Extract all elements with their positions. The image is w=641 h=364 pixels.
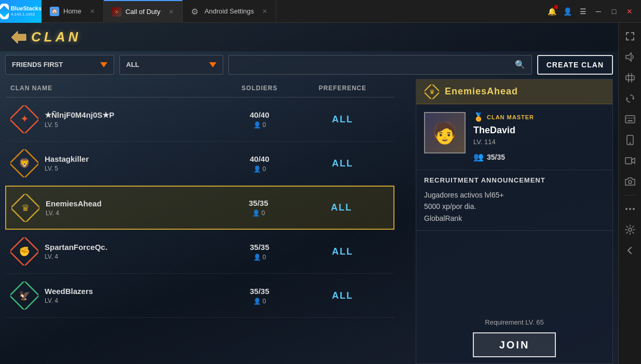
clan-name-2: Hastagkiller	[45, 155, 89, 163]
svg-marker-2	[209, 62, 216, 67]
requirement-section: Requirement LV. 65 JOIN	[416, 312, 612, 363]
search-icon: 🔍	[515, 60, 525, 69]
svg-rect-29	[625, 158, 632, 164]
clan-details-1: ★ÑlnjF0M4nj0S★P LV. 5	[45, 110, 114, 129]
clan-preference-1: ALL	[296, 114, 389, 125]
tab-android-settings-close[interactable]: ✕	[262, 8, 267, 15]
clan-emblem-5: 🦅	[10, 282, 38, 310]
person-icon-1: 👤	[253, 121, 261, 129]
clan-name-4: SpartanForceQc.	[45, 243, 107, 251]
svg-marker-20	[626, 97, 628, 100]
soldiers-icon-row-4: 👤 0	[223, 254, 296, 261]
minimize-button[interactable]: ─	[591, 4, 606, 19]
person-icon-2: 👤	[253, 165, 261, 173]
more-tool[interactable]	[621, 200, 639, 218]
sidebar-separator	[624, 195, 636, 195]
person-icon-5: 👤	[253, 298, 261, 305]
resize-icon	[625, 73, 635, 83]
clan-info-5: 🦅 WeedBlazers LV. 4	[10, 282, 223, 310]
clan-emblem-2: 🦁	[10, 149, 38, 177]
create-clan-button[interactable]: CREATE CLAN	[537, 55, 613, 75]
back-button[interactable]	[10, 30, 27, 45]
recruitment-text: Jugadores activos lvl65+ 5000 xp/por dia…	[424, 189, 605, 224]
game-area: CLAN FRIENDS FIRST ALL 🔍 CREATE CLAN	[0, 23, 618, 364]
settings-icon	[625, 225, 635, 235]
soldiers-count-1: 40/40	[223, 110, 296, 119]
soldiers-icon-row-2: 👤 0	[223, 165, 296, 173]
search-input[interactable]	[235, 61, 511, 68]
detail-emblem-icon: ♛	[425, 85, 439, 99]
svg-text:🦅: 🦅	[19, 290, 31, 301]
column-preference: PREFERENCE	[296, 85, 389, 92]
video-icon	[625, 157, 635, 165]
svg-marker-15	[626, 53, 631, 61]
camera-tool[interactable]	[621, 172, 639, 191]
tab-cod-close[interactable]: ✕	[169, 8, 174, 16]
detail-clan-name: EnemiesAhead	[445, 86, 518, 97]
detail-master-section: 🧑 🏅 CLAN MASTER TheDavid LV. 114 👥 35/35	[416, 104, 612, 170]
keyboard-tool[interactable]	[621, 110, 639, 129]
soldiers-icon-row-3: 👤 0	[222, 209, 295, 217]
video-tool[interactable]	[621, 151, 639, 170]
tab-android-settings[interactable]: ⚙ Android Settings ✕	[183, 0, 276, 23]
master-info: 🏅 CLAN MASTER TheDavid LV. 114 👥 35/35	[473, 112, 605, 162]
rotate-tool[interactable]	[621, 89, 639, 108]
requirement-text: Requirement LV. 65	[424, 318, 605, 326]
clan-soldiers-2: 40/40 👤 0	[223, 155, 296, 173]
master-badge-text: CLAN MASTER	[487, 114, 534, 120]
tab-home[interactable]: 🏠 Home ✕	[42, 0, 104, 23]
clan-list: CLAN NAME SOLDIERS PREFERENCE ✦ ★ÑlnjF0M…	[5, 79, 394, 364]
phone-tool[interactable]	[621, 131, 639, 149]
soldiers-count-3: 35/35	[222, 199, 295, 207]
emblem-icon-2: 🦁	[10, 149, 38, 177]
bs-version-text: BlueStacks 4.140.1.1002	[11, 5, 42, 17]
table-row[interactable]: ✦ ★ÑlnjF0M4nj0S★P LV. 5 40/40 👤 0 ALL	[5, 97, 394, 142]
table-row[interactable]: ♛ EnemiesAhead LV. 4 35/35 👤 0 ALL	[5, 186, 394, 230]
detail-clan-icon: ♛	[424, 84, 440, 100]
close-button[interactable]: ✕	[622, 4, 637, 19]
phone-icon	[626, 135, 634, 145]
soldiers-icon-row-1: 👤 0	[223, 121, 296, 129]
type-dropdown[interactable]: ALL	[119, 55, 223, 75]
notification-button[interactable]: 🔔	[544, 4, 559, 19]
maximize-button[interactable]: □	[607, 4, 621, 19]
clan-name-5: WeedBlazers	[45, 287, 93, 296]
svg-point-31	[629, 180, 632, 184]
expand-tool[interactable]	[621, 27, 639, 46]
tab-cod[interactable]: ⚔ Call of Duty ✕	[104, 0, 183, 23]
clan-detail-panel: ♛ EnemiesAhead 🧑 🏅 CLAN MASTER TheDavid …	[416, 79, 613, 364]
master-avatar: 🧑	[424, 112, 466, 153]
table-row[interactable]: 🦅 WeedBlazers LV. 4 35/35 👤 0 ALL	[5, 274, 394, 318]
table-row[interactable]: ✊ SpartanForceQc. LV. 4 35/35 👤 0 ALL	[5, 230, 394, 274]
sort-dropdown[interactable]: FRIENDS FIRST	[5, 55, 114, 75]
notification-dot	[554, 5, 558, 9]
account-button[interactable]: 👤	[560, 4, 575, 19]
clan-soldiers-4: 35/35 👤 0	[223, 243, 296, 261]
soldiers-icon-row-5: 👤 0	[223, 298, 296, 305]
resize-tool[interactable]	[621, 68, 639, 87]
tab-home-close[interactable]: ✕	[90, 8, 95, 15]
svg-text:✊: ✊	[19, 246, 31, 257]
avatar-figure: 🧑	[432, 121, 458, 145]
column-clan-name: CLAN NAME	[10, 85, 223, 92]
recruitment-title: RECRUITMENT ANNOUNCEMENT	[424, 176, 605, 184]
cod-icon: ⚔	[112, 7, 121, 17]
table-row[interactable]: 🦁 Hastagkiller LV. 5 40/40 👤 0 ALL	[5, 142, 394, 186]
clan-emblem-4: ✊	[10, 237, 38, 265]
menu-button[interactable]: ☰	[576, 4, 590, 19]
type-dropdown-arrow	[209, 62, 216, 67]
clan-info-3: ♛ EnemiesAhead LV. 4	[11, 194, 222, 222]
clan-preference-2: ALL	[296, 158, 389, 169]
column-soldiers: SOLDIERS	[223, 85, 296, 92]
settings-tool[interactable]	[621, 220, 639, 239]
svg-point-34	[633, 208, 635, 210]
join-button[interactable]: JOIN	[473, 332, 556, 357]
back-arrow-icon	[10, 30, 27, 45]
back-tool[interactable]	[621, 241, 639, 260]
svg-marker-0	[11, 31, 26, 44]
master-badge: 🏅 CLAN MASTER	[473, 112, 605, 122]
clan-soldiers-3: 35/35 👤 0	[222, 199, 295, 217]
svg-point-35	[629, 228, 632, 231]
titlebar: BlueStacks 4.140.1.1002 🏠 Home ✕ ⚔ Call …	[0, 0, 641, 23]
volume-tool[interactable]	[621, 48, 639, 66]
